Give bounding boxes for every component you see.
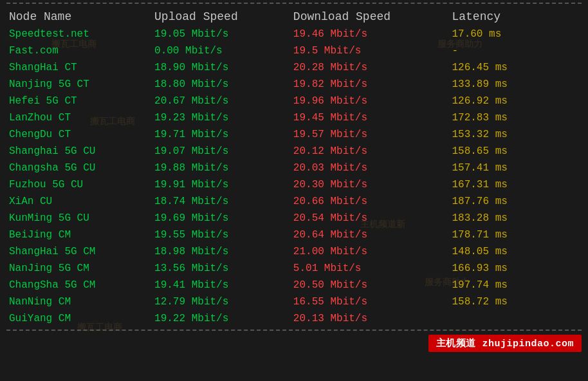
cell-download: 19.82 Mbit/s (291, 76, 450, 93)
table-row: Fast.com0.00 Mbit/s19.5 Mbit/s- (6, 42, 582, 59)
header-latency: Latency (449, 6, 582, 26)
cell-latency: - (449, 42, 582, 59)
cell-download: 19.96 Mbit/s (291, 93, 450, 109)
footer-bar: 主机频道 zhujipindao.com (0, 331, 588, 355)
table-row: Hefei 5G CT20.67 Mbit/s19.96 Mbit/s126.9… (6, 93, 582, 109)
cell-node: Fuzhou 5G CU (6, 176, 152, 193)
cell-upload: 20.67 Mbit/s (152, 93, 291, 109)
cell-latency: 17.60 ms (449, 26, 582, 42)
footer-brand: 主机频道 zhujipindao.com (428, 335, 582, 352)
table-row: Nanjing 5G CT18.80 Mbit/s19.82 Mbit/s133… (6, 76, 582, 93)
table-row: ShangHai 5G CM18.98 Mbit/s21.00 Mbit/s14… (6, 243, 582, 260)
cell-upload: 19.69 Mbit/s (152, 210, 291, 227)
cell-node: KunMing 5G CU (6, 210, 152, 227)
cell-latency (449, 310, 582, 327)
table-row: GuiYang CM19.22 Mbit/s20.13 Mbit/s (6, 310, 582, 327)
cell-node: BeiJing CM (6, 227, 152, 243)
cell-upload: 19.88 Mbit/s (152, 160, 291, 176)
cell-download: 20.28 Mbit/s (291, 59, 450, 76)
table-row: LanZhou CT19.23 Mbit/s19.45 Mbit/s172.83… (6, 109, 582, 126)
cell-node: ChengDu CT (6, 126, 152, 143)
cell-upload: 19.07 Mbit/s (152, 143, 291, 160)
cell-upload: 18.98 Mbit/s (152, 243, 291, 260)
table-row: NanJing 5G CM13.56 Mbit/s5.01 Mbit/s166.… (6, 260, 582, 277)
cell-latency: 183.28 ms (449, 210, 582, 227)
cell-download: 5.01 Mbit/s (291, 260, 450, 277)
cell-upload: 18.80 Mbit/s (152, 76, 291, 93)
cell-download: 16.55 Mbit/s (291, 293, 450, 310)
cell-upload: 19.41 Mbit/s (152, 277, 291, 293)
cell-node: NanJing 5G CM (6, 260, 152, 277)
cell-latency: 133.89 ms (449, 76, 582, 93)
cell-download: 20.03 Mbit/s (291, 160, 450, 176)
cell-latency: 166.93 ms (449, 260, 582, 277)
cell-upload: 12.79 Mbit/s (152, 293, 291, 310)
cell-upload: 18.74 Mbit/s (152, 193, 291, 210)
table-row: Shanghai 5G CU19.07 Mbit/s20.12 Mbit/s15… (6, 143, 582, 160)
cell-latency: 187.76 ms (449, 193, 582, 210)
table-row: KunMing 5G CU19.69 Mbit/s20.54 Mbit/s183… (6, 210, 582, 227)
cell-upload: 0.00 Mbit/s (152, 42, 291, 59)
cell-node: NanNing CM (6, 293, 152, 310)
table-row: NanNing CM12.79 Mbit/s16.55 Mbit/s158.72… (6, 293, 582, 310)
cell-node: Shanghai 5G CU (6, 143, 152, 160)
table-row: ChengDu CT19.71 Mbit/s19.57 Mbit/s153.32… (6, 126, 582, 143)
cell-node: Nanjing 5G CT (6, 76, 152, 93)
cell-latency: 153.32 ms (449, 126, 582, 143)
table-row: ShangHai CT18.90 Mbit/s20.28 Mbit/s126.4… (6, 59, 582, 76)
table-row: BeiJing CM19.55 Mbit/s20.64 Mbit/s178.71… (6, 227, 582, 243)
cell-upload: 19.55 Mbit/s (152, 227, 291, 243)
cell-latency: 126.92 ms (449, 93, 582, 109)
table-row: Changsha 5G CU19.88 Mbit/s20.03 Mbit/s15… (6, 160, 582, 176)
cell-node: XiAn CU (6, 193, 152, 210)
cell-node: GuiYang CM (6, 310, 152, 327)
cell-latency: 158.65 ms (449, 143, 582, 160)
cell-node: ShangHai 5G CM (6, 243, 152, 260)
cell-upload: 18.90 Mbit/s (152, 59, 291, 76)
cell-node: Changsha 5G CU (6, 160, 152, 176)
cell-download: 19.46 Mbit/s (291, 26, 450, 42)
cell-node: ChangSha 5G CM (6, 277, 152, 293)
cell-download: 20.66 Mbit/s (291, 193, 450, 210)
table-row: Speedtest.net19.05 Mbit/s19.46 Mbit/s17.… (6, 26, 582, 42)
cell-download: 20.13 Mbit/s (291, 310, 450, 327)
table-row: ChangSha 5G CM19.41 Mbit/s20.50 Mbit/s19… (6, 277, 582, 293)
cell-download: 20.12 Mbit/s (291, 143, 450, 160)
cell-latency: 148.05 ms (449, 243, 582, 260)
cell-download: 19.57 Mbit/s (291, 126, 450, 143)
cell-download: 20.30 Mbit/s (291, 176, 450, 193)
cell-upload: 19.05 Mbit/s (152, 26, 291, 42)
cell-latency: 197.74 ms (449, 277, 582, 293)
cell-latency: 172.83 ms (449, 109, 582, 126)
cell-download: 19.45 Mbit/s (291, 109, 450, 126)
table-row: Fuzhou 5G CU19.91 Mbit/s20.30 Mbit/s167.… (6, 176, 582, 193)
table-header: Node Name Upload Speed Download Speed La… (6, 6, 582, 26)
cell-download: 19.5 Mbit/s (291, 42, 450, 59)
cell-upload: 19.22 Mbit/s (152, 310, 291, 327)
cell-latency: 157.41 ms (449, 160, 582, 176)
header-node: Node Name (6, 6, 152, 26)
cell-download: 20.54 Mbit/s (291, 210, 450, 227)
cell-latency: 158.72 ms (449, 293, 582, 310)
cell-node: ShangHai CT (6, 59, 152, 76)
cell-latency: 126.45 ms (449, 59, 582, 76)
cell-upload: 19.71 Mbit/s (152, 126, 291, 143)
cell-node: Fast.com (6, 42, 152, 59)
header-download: Download Speed (291, 6, 450, 26)
cell-download: 20.50 Mbit/s (291, 277, 450, 293)
table-row: XiAn CU18.74 Mbit/s20.66 Mbit/s187.76 ms (6, 193, 582, 210)
cell-upload: 19.91 Mbit/s (152, 176, 291, 193)
cell-download: 21.00 Mbit/s (291, 243, 450, 260)
cell-node: LanZhou CT (6, 109, 152, 126)
cell-upload: 19.23 Mbit/s (152, 109, 291, 126)
cell-node: Speedtest.net (6, 26, 152, 42)
cell-latency: 178.71 ms (449, 227, 582, 243)
header-upload: Upload Speed (152, 6, 291, 26)
cell-latency: 167.31 ms (449, 176, 582, 193)
cell-download: 20.64 Mbit/s (291, 227, 450, 243)
cell-upload: 13.56 Mbit/s (152, 260, 291, 277)
cell-node: Hefei 5G CT (6, 93, 152, 109)
